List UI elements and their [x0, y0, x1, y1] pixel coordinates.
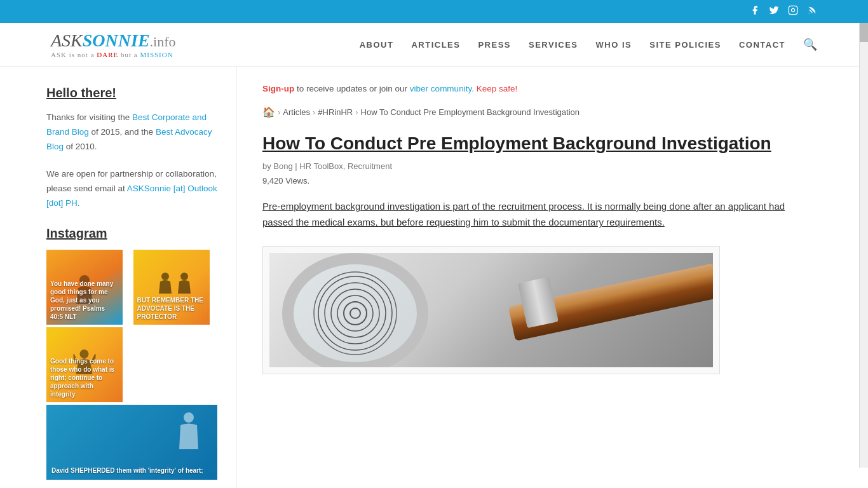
sidebar-partnership: We are open for partnership or collabora… [46, 167, 217, 211]
scrollbar[interactable] [859, 23, 868, 468]
article-meta: by Bong | HR ToolBox, Recruitment [262, 161, 809, 171]
instagram-caption-2: BUT REMEMBER THE ADVOCATE IS THE PROTECT… [137, 296, 206, 321]
nav-services[interactable]: SERVICES [529, 40, 578, 50]
breadcrumb-current: How To Conduct Pre Employment Background… [361, 107, 580, 117]
tagline-dare: DARE [97, 51, 118, 58]
twitter-icon[interactable] [769, 5, 779, 18]
breadcrumb-sep-3: › [355, 107, 358, 117]
tagline-mission: MISSION [140, 51, 173, 58]
logo-ask: ASK [51, 30, 83, 50]
signup-bar: Sign-up to receive updates or join our v… [262, 82, 809, 96]
svg-point-11 [344, 302, 367, 325]
svg-point-9 [184, 412, 194, 423]
intro-pre: Thanks for visiting the [46, 112, 132, 122]
header: ASKSONNIE.info ASK is not a DARE but a M… [0, 23, 868, 67]
svg-point-15 [318, 276, 392, 350]
top-bar [0, 0, 868, 23]
article-views: 9,420 Views. [262, 176, 809, 186]
svg-point-16 [314, 272, 397, 355]
instagram-caption-4: David SHEPHERDED them with 'integrity' o… [51, 466, 212, 475]
instagram-caption-3: Good things come to those who do what is… [50, 357, 119, 398]
instagram-image-1[interactable]: You have done many good things for me Go… [46, 250, 123, 325]
rss-icon[interactable] [807, 5, 817, 18]
nav-whois[interactable]: WHO IS [596, 40, 632, 50]
tagline-ask: ASK is not a [51, 51, 97, 58]
main-nav: ABOUT ARTICLES PRESS SERVICES WHO IS SIT… [360, 37, 817, 51]
svg-point-10 [350, 308, 360, 318]
breadcrumb-sep-2: › [313, 107, 315, 117]
article-intro[interactable]: Pre-employment background investigation … [262, 198, 809, 231]
svg-point-13 [331, 289, 379, 337]
logo-area[interactable]: ASKSONNIE.info ASK is not a DARE but a M… [51, 30, 176, 58]
svg-point-14 [325, 283, 386, 344]
instagram-grid: You have done many good things for me Go… [46, 250, 217, 480]
svg-point-5 [180, 273, 188, 280]
page-container: Hello there! Thanks for visiting the Bes… [21, 67, 847, 488]
nav-about[interactable]: ABOUT [360, 40, 394, 50]
svg-point-12 [337, 295, 373, 331]
logo-text: ASKSONNIE.info [51, 30, 176, 51]
magnifier-lens [282, 253, 428, 367]
nav-contact[interactable]: CONTACT [739, 40, 785, 50]
instagram-caption-1: You have done many good things for me Go… [50, 280, 119, 321]
magnifier-image [269, 253, 713, 367]
logo-sonnie: SONNIE [83, 30, 150, 50]
nav-articles[interactable]: ARTICLES [411, 40, 460, 50]
sidebar-instagram-title: Instagram [46, 226, 217, 241]
home-icon[interactable]: 🏠 [262, 106, 275, 118]
signup-mid-text: to receive updates or join our [294, 84, 410, 93]
signup-link[interactable]: Sign-up [262, 84, 294, 93]
svg-point-4 [161, 273, 169, 280]
logo-info: .info [150, 34, 176, 50]
main-content: Sign-up to receive updates or join our v… [237, 67, 834, 488]
instagram-image-4[interactable]: David SHEPHERDED them with 'integrity' o… [46, 405, 217, 480]
breadcrumb-articles[interactable]: Articles [283, 107, 310, 117]
instagram-icon[interactable] [788, 5, 798, 18]
search-icon[interactable]: 🔍 [803, 37, 817, 51]
svg-rect-0 [789, 6, 797, 14]
nav-site-policies[interactable]: SITE POLICIES [649, 40, 721, 50]
instagram-image-2[interactable]: BUT REMEMBER THE ADVOCATE IS THE PROTECT… [133, 250, 210, 325]
intro-end: of 2010. [64, 142, 97, 151]
social-icons-group [750, 5, 817, 18]
logo-tagline: ASK is not a DARE but a MISSION [51, 51, 176, 58]
scrollbar-thumb[interactable] [860, 23, 868, 42]
breadcrumb-tag[interactable]: #HRinHR [318, 107, 353, 117]
svg-point-2 [809, 13, 810, 13]
sidebar-intro: Thanks for visiting the Best Corporate a… [46, 111, 217, 154]
article-image-box [262, 246, 720, 374]
sidebar-hello-title: Hello there! [46, 86, 217, 100]
breadcrumb-sep-1: › [278, 107, 280, 117]
article-title[interactable]: How To Conduct Pre Employment Background… [262, 132, 809, 155]
intro-mid: of 2015, and the [89, 127, 156, 137]
instagram-image-3[interactable]: Good things come to those who do what is… [46, 327, 123, 402]
nav-press[interactable]: PRESS [478, 40, 511, 50]
viber-community-link[interactable]: viber community. [410, 84, 474, 93]
facebook-icon[interactable] [750, 5, 760, 18]
keep-safe-text: Keep safe! [474, 84, 517, 93]
sidebar: Hello there! Thanks for visiting the Bes… [34, 67, 237, 488]
tagline-mid: but a [118, 51, 140, 58]
breadcrumb: 🏠 › Articles › #HRinHR › How To Conduct … [262, 106, 809, 118]
